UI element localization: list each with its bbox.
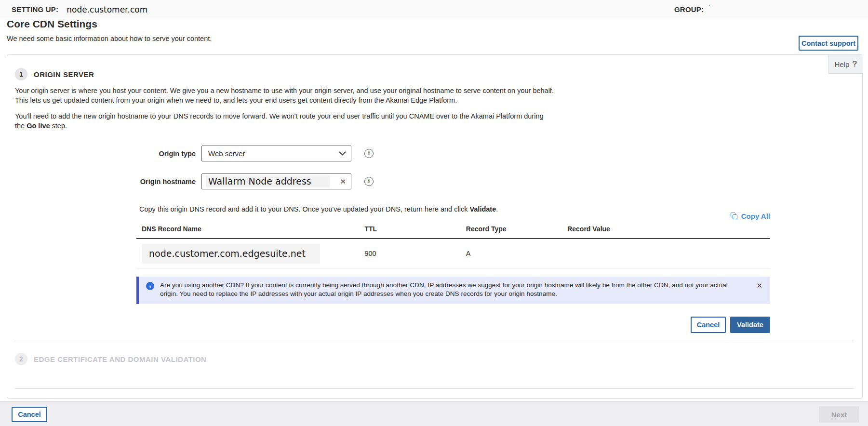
step1-actions: Cancel Validate (136, 317, 770, 333)
dns-instructions-paragraph: You'll need to add the new origin hostna… (15, 111, 554, 131)
core-cdn-settings-panel: 1 ORIGIN SERVER Your origin server is wh… (7, 54, 863, 399)
contact-support-button[interactable]: Contact support (799, 36, 858, 51)
info-icon[interactable]: i (364, 149, 374, 158)
footer-bar: Cancel Next (0, 401, 868, 426)
help-label: Help (834, 60, 849, 68)
column-header-ttl: TTL (364, 225, 466, 233)
column-header-record-value: Record Value (567, 225, 770, 233)
setting-up-label: SETTING UP: (12, 5, 58, 13)
group-label: GROUP: (674, 5, 704, 13)
section-divider (15, 388, 854, 389)
origin-type-label: Origin type (15, 150, 196, 158)
validate-bold-text: Validate (469, 205, 496, 213)
close-icon[interactable]: ✕ (756, 281, 762, 290)
step1-title: ORIGIN SERVER (34, 70, 94, 79)
origin-type-row: Origin type Web server i (15, 146, 855, 161)
origin-hostname-input[interactable]: Wallarm Node address ✕ (201, 173, 351, 189)
table-header-row: DNS Record Name TTL Record Type Record V… (136, 220, 770, 239)
section-divider (15, 341, 854, 341)
instruction-text: . (496, 205, 498, 213)
top-bar: SETTING UP: node.customer.com GROUP: ' (0, 0, 868, 19)
cdn-info-banner: i Are you using another CDN? If your con… (136, 277, 770, 304)
dns-record-section: Copy this origin DNS record and add it t… (136, 205, 770, 333)
paragraph-text: You'll need to add the new origin hostna… (15, 112, 544, 130)
info-icon: i (146, 282, 154, 290)
copy-instruction: Copy this origin DNS record and add it t… (136, 205, 770, 213)
instruction-text: Copy this origin DNS record and add it t… (139, 205, 469, 213)
footer-cancel-button[interactable]: Cancel (12, 407, 47, 422)
dns-record-name-value: node.customer.com.edgesuite.net (142, 244, 320, 264)
origin-server-description: Your origin server is where you host you… (15, 86, 554, 105)
copy-icon (731, 213, 738, 220)
step1-header: 1 ORIGIN SERVER (15, 68, 855, 80)
go-live-bold-text: Go live (27, 122, 50, 130)
step2-title: EDGE CERTIFICATE AND DOMAIN VALIDATION (34, 355, 206, 363)
step2-header: 2 EDGE CERTIFICATE AND DOMAIN VALIDATION (15, 353, 855, 365)
paragraph-text: step. (50, 122, 67, 130)
dns-records-table: DNS Record Name TTL Record Type Record V… (136, 220, 770, 268)
chevron-down-icon (339, 151, 346, 156)
page-title: Core CDN Settings (7, 18, 97, 30)
question-mark-icon: ? (852, 59, 857, 69)
column-header-dns-record-name: DNS Record Name (136, 225, 364, 233)
copy-all-label: Copy All (741, 212, 770, 220)
group-value: ' (709, 4, 710, 10)
clear-input-icon[interactable]: ✕ (340, 177, 346, 186)
record-type-cell: A (466, 250, 567, 257)
dns-record-name-cell: node.customer.com.edgesuite.net (136, 244, 364, 264)
info-icon[interactable]: i (364, 177, 374, 186)
cancel-button[interactable]: Cancel (691, 317, 726, 333)
origin-type-select[interactable]: Web server (201, 146, 351, 161)
column-header-record-type: Record Type (466, 225, 567, 233)
banner-text: Are you using another CDN? If your conte… (154, 277, 747, 304)
origin-type-selected-value: Web server (208, 149, 245, 158)
page-subtitle: We need some basic information about how… (7, 35, 212, 42)
validate-button[interactable]: Validate (730, 317, 770, 333)
origin-hostname-row: Origin hostname Wallarm Node address ✕ i (15, 173, 855, 189)
next-button[interactable]: Next (819, 406, 859, 423)
step1-number-badge: 1 (15, 68, 27, 80)
copy-all-button[interactable]: Copy All (731, 212, 770, 220)
origin-hostname-value: Wallarm Node address (206, 175, 330, 187)
ttl-cell: 900 (364, 250, 466, 257)
table-row: node.customer.com.edgesuite.net 900 A (136, 239, 770, 268)
site-name: node.customer.com (67, 5, 147, 14)
origin-hostname-label: Origin hostname (15, 178, 196, 186)
step2-number-badge: 2 (15, 353, 27, 365)
help-tab[interactable]: Help ? (828, 55, 863, 74)
